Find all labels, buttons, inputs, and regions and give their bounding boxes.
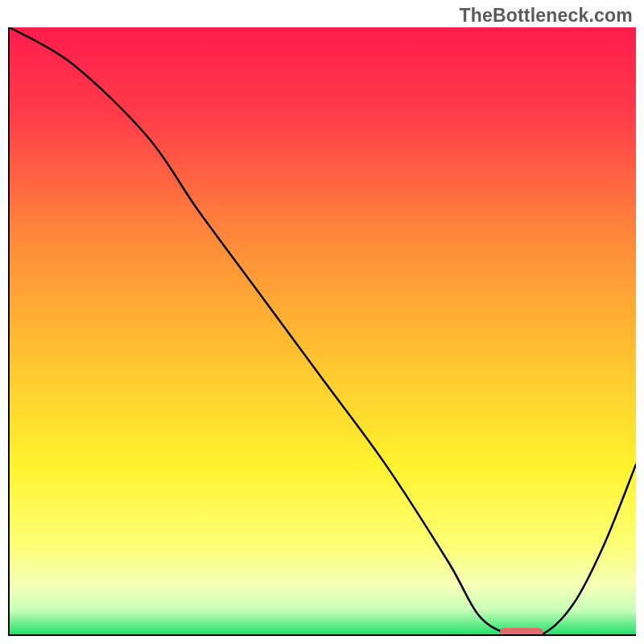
chart-axes — [8, 27, 636, 636]
chart-container — [8, 27, 636, 636]
chart-minimum-marker — [499, 628, 543, 636]
chart-curve — [10, 27, 636, 634]
watermark-text: TheBottleneck.com — [459, 5, 633, 27]
